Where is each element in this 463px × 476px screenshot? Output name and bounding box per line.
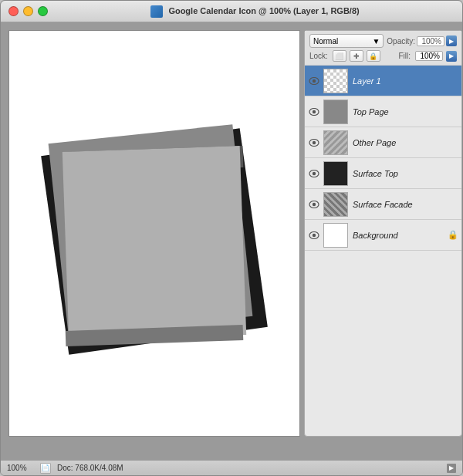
layer-name-label: Surface Top	[353, 169, 398, 178]
minimize-button[interactable]	[23, 6, 33, 16]
blend-mode-value: Normal	[313, 37, 338, 46]
layer-thumbnail	[323, 161, 348, 186]
opacity-input[interactable]: 100%	[417, 36, 444, 46]
layer-name-label: Other Page	[353, 138, 396, 147]
lock-row: Lock: ⬜ ✛ 🔒 Fill: 100% ▶	[309, 50, 457, 62]
svg-point-3	[313, 110, 316, 113]
lock-move-button[interactable]: ✛	[350, 50, 363, 62]
layer-item-layer-1[interactable]: Layer 1	[305, 66, 461, 96]
layer-item-top-page[interactable]: Top Page	[305, 96, 461, 127]
layer-thumbnail	[323, 100, 348, 124]
layer-thumbnail	[323, 130, 348, 155]
status-arrow[interactable]: ▶	[447, 464, 456, 473]
fill-label: Fill:	[398, 52, 411, 60]
svg-point-7	[313, 171, 316, 174]
status-bar: 100% 📄 Doc: 768.0K/4.08M ▶	[1, 460, 462, 475]
fill-input[interactable]: 100%	[415, 51, 443, 61]
fill-value-text: 100%	[420, 52, 440, 60]
layer-name-label: Top Page	[353, 107, 389, 116]
canvas-area[interactable]: Normal ▼ Opacity: 100% ▶ Lock: ⬜ ✛	[1, 22, 462, 460]
lock-label: Lock:	[309, 52, 328, 60]
layers-panel: Normal ▼ Opacity: 100% ▶ Lock: ⬜ ✛	[304, 30, 462, 437]
calendar-illustration	[39, 95, 270, 373]
canvas-inner[interactable]	[8, 30, 300, 437]
visibility-eye-icon[interactable]	[308, 75, 320, 87]
layer-item-surface-top[interactable]: Surface Top	[305, 158, 461, 189]
window-title: Google Calendar Icon @ 100% (Layer 1, RG…	[56, 5, 455, 18]
layers-top-controls: Normal ▼ Opacity: 100% ▶ Lock: ⬜ ✛	[305, 31, 461, 66]
layer-thumbnail	[323, 69, 348, 93]
close-button[interactable]	[8, 6, 19, 16]
blend-mode-select[interactable]: Normal ▼	[309, 34, 384, 48]
maximize-button[interactable]	[38, 6, 48, 16]
blend-mode-arrow: ▼	[372, 37, 380, 46]
svg-point-9	[313, 202, 316, 205]
layer-item-other-page[interactable]: Other Page	[305, 127, 461, 158]
svg-point-11	[313, 233, 316, 236]
layers-list: Layer 1Top PageOther PageSurface TopSurf…	[305, 66, 461, 436]
svg-point-5	[313, 140, 316, 143]
blend-mode-row: Normal ▼ Opacity: 100% ▶	[309, 34, 457, 48]
opacity-arrow[interactable]: ▶	[446, 35, 457, 46]
opacity-value-text: 100%	[421, 37, 441, 46]
visibility-eye-icon[interactable]	[308, 137, 320, 149]
layer-name-label: Layer 1	[353, 76, 381, 86]
cal-main-page	[63, 146, 246, 341]
opacity-label: Opacity:	[387, 37, 415, 46]
main-window: Google Calendar Icon @ 100% (Layer 1, RG…	[0, 0, 463, 476]
zoom-level: 100%	[7, 464, 34, 472]
doc-icon: 📄	[40, 463, 51, 474]
visibility-eye-icon[interactable]	[308, 106, 320, 118]
layer-thumbnail	[323, 192, 348, 217]
title-bar: Google Calendar Icon @ 100% (Layer 1, RG…	[1, 1, 462, 22]
window-buttons	[8, 6, 48, 16]
layer-name-label: Surface Facade	[353, 200, 413, 209]
title-text: Google Calendar Icon @ 100% (Layer 1, RG…	[168, 5, 359, 15]
layer-name-label: Background	[353, 231, 398, 240]
doc-size: Doc: 768.0K/4.08M	[57, 464, 441, 472]
svg-point-1	[313, 79, 316, 82]
layer-item-background[interactable]: Background🔒	[305, 220, 461, 251]
layer-item-surface-facade[interactable]: Surface Facade	[305, 189, 461, 220]
layer-lock-icon: 🔒	[448, 230, 458, 240]
lock-pixels-button[interactable]: ⬜	[333, 50, 346, 62]
lock-all-button[interactable]: 🔒	[367, 50, 380, 62]
layer-thumbnail	[323, 223, 348, 248]
visibility-eye-icon[interactable]	[308, 167, 320, 180]
fill-arrow[interactable]: ▶	[446, 51, 457, 62]
visibility-eye-icon[interactable]	[308, 229, 320, 241]
visibility-eye-icon[interactable]	[308, 198, 320, 211]
app-icon	[150, 5, 163, 18]
